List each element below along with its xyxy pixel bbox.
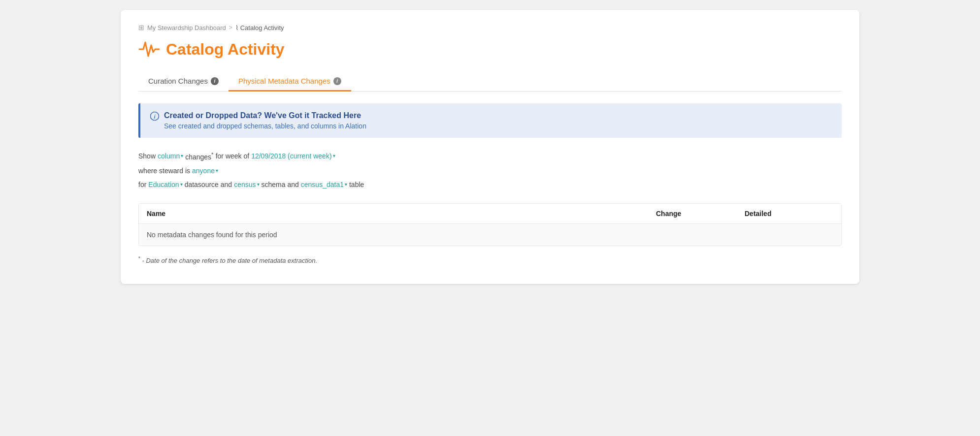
info-banner-content: Created or Dropped Data? We've Got it Tr… (164, 111, 366, 130)
tab-curation-changes[interactable]: Curation Changes i (138, 72, 229, 92)
breadcrumb-current: ⌇ Catalog Activity (235, 24, 284, 31)
filters-section: Show column ▾ changes* for week of 12/09… (138, 149, 842, 191)
for-week-label: for week of (216, 149, 249, 163)
filter-row-3: for Education ▾ datasource and census ▾ … (138, 178, 842, 191)
schema-dropdown[interactable]: census ▾ (234, 178, 259, 191)
column-dropdown[interactable]: column ▾ (158, 149, 183, 163)
show-label: Show (138, 149, 156, 163)
schema-chevron-icon: ▾ (257, 180, 260, 189)
where-label: where steward is (138, 164, 190, 178)
footnote: * - Date of the change refers to the dat… (138, 256, 842, 264)
datasource-dropdown[interactable]: Education ▾ (148, 178, 182, 191)
col-name-header: Name (147, 210, 656, 218)
for-label: for (138, 178, 146, 191)
week-chevron-icon: ▾ (333, 151, 335, 161)
svg-text:i: i (154, 114, 156, 120)
tab-physical-metadata-changes[interactable]: Physical Metadata Changes i (229, 72, 351, 92)
schema-and-label: schema and (261, 178, 299, 191)
changes-label: changes* (185, 149, 213, 164)
page-header: Catalog Activity (138, 38, 842, 60)
table-chevron-icon: ▾ (345, 180, 347, 189)
footnote-asterisk: * (138, 256, 140, 261)
breadcrumb: ⊞ My Stewardship Dashboard > ⌇ Catalog A… (138, 24, 842, 31)
metadata-table: Name Change Detailed No metadata changes… (138, 203, 842, 246)
column-chevron-icon: ▾ (181, 151, 183, 161)
tabs-container: Curation Changes i Physical Metadata Cha… (138, 72, 842, 92)
datasource-chevron-icon: ▾ (180, 180, 183, 189)
table-empty-row: No metadata changes found for this perio… (139, 224, 841, 246)
breadcrumb-dashboard-link[interactable]: My Stewardship Dashboard (147, 24, 226, 31)
catalog-activity-icon (138, 38, 160, 60)
filter-row-2: where steward is anyone ▾ (138, 164, 842, 178)
table-dropdown[interactable]: census_data1 ▾ (301, 178, 347, 191)
table-header: Name Change Detailed (139, 204, 841, 224)
info-banner-icon: i (150, 112, 159, 123)
steward-chevron-icon: ▾ (216, 166, 218, 176)
info-banner-subtitle: See created and dropped schemas, tables,… (164, 122, 366, 130)
col-detailed-header: Detailed (745, 210, 833, 218)
datasource-and-label: datasource and (185, 178, 232, 191)
main-card: ⊞ My Stewardship Dashboard > ⌇ Catalog A… (121, 10, 859, 284)
info-banner: i Created or Dropped Data? We've Got it … (138, 103, 842, 138)
physical-info-icon[interactable]: i (333, 77, 341, 85)
dashboard-icon: ⊞ (138, 24, 144, 31)
breadcrumb-separator: > (229, 24, 232, 31)
week-dropdown[interactable]: 12/09/2018 (current week) ▾ (251, 149, 335, 163)
filter-row-1: Show column ▾ changes* for week of 12/09… (138, 149, 842, 164)
table-label: table (349, 178, 364, 191)
breadcrumb-activity-icon: ⌇ (235, 24, 238, 31)
page-title: Catalog Activity (166, 40, 285, 59)
col-change-header: Change (656, 210, 745, 218)
info-banner-title: Created or Dropped Data? We've Got it Tr… (164, 111, 366, 120)
curation-info-icon[interactable]: i (211, 77, 219, 85)
empty-message: No metadata changes found for this perio… (147, 231, 656, 239)
steward-dropdown[interactable]: anyone ▾ (192, 164, 218, 178)
